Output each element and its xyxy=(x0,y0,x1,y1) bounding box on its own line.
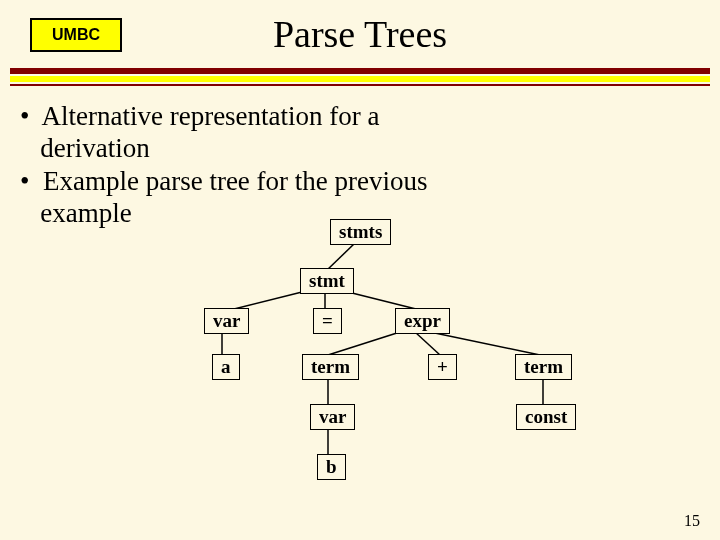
node-term: term xyxy=(302,354,359,380)
node-stmt: stmt xyxy=(300,268,354,294)
page-title: Parse Trees xyxy=(0,12,720,56)
node-a: a xyxy=(212,354,240,380)
bullet-line: • Alternative representation for a xyxy=(20,100,428,132)
node-equals: = xyxy=(313,308,342,334)
bullet-list: • Alternative representation for a deriv… xyxy=(20,100,428,230)
rule-dark xyxy=(10,68,710,74)
bullet-line: derivation xyxy=(20,132,428,164)
node-stmts: stmts xyxy=(330,219,391,245)
node-var: var xyxy=(204,308,249,334)
node-plus: + xyxy=(428,354,457,380)
node-expr: expr xyxy=(395,308,450,334)
bullet-line: • Example parse tree for the previous xyxy=(20,165,428,197)
rule-thin xyxy=(10,84,710,86)
node-term: term xyxy=(515,354,572,380)
svg-line-5 xyxy=(328,332,400,355)
page-number: 15 xyxy=(684,512,700,530)
rule-yellow xyxy=(10,76,710,82)
node-b: b xyxy=(317,454,346,480)
svg-line-7 xyxy=(430,332,540,355)
node-var: var xyxy=(310,404,355,430)
node-const: const xyxy=(516,404,576,430)
svg-line-6 xyxy=(415,332,440,355)
